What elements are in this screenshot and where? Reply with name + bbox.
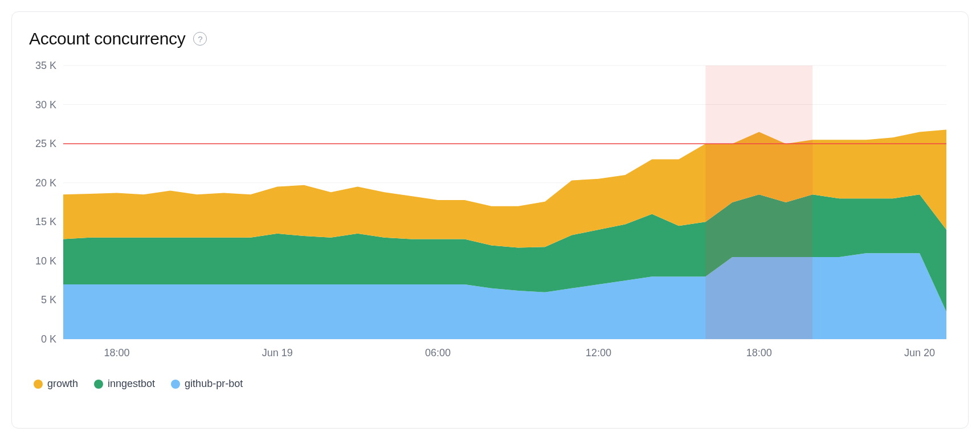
legend: growth inngestbot github-pr-bot bbox=[29, 378, 951, 390]
chart-area: 0 K5 K10 K15 K20 K25 K30 K35 K18:00Jun 1… bbox=[29, 60, 951, 368]
svg-text:20 K: 20 K bbox=[35, 177, 56, 189]
legend-label: github-pr-bot bbox=[185, 378, 243, 390]
svg-text:Jun 20: Jun 20 bbox=[904, 347, 935, 358]
area-chart-svg: 0 K5 K10 K15 K20 K25 K30 K35 K18:00Jun 1… bbox=[29, 60, 952, 368]
legend-item-inngestbot[interactable]: inngestbot bbox=[94, 378, 155, 390]
swatch-github-pr-bot bbox=[171, 380, 180, 389]
swatch-inngestbot bbox=[94, 380, 103, 389]
svg-text:35 K: 35 K bbox=[35, 60, 56, 71]
svg-text:10 K: 10 K bbox=[35, 255, 56, 267]
svg-text:18:00: 18:00 bbox=[104, 347, 129, 358]
chart-card: Account concurrency ? 0 K5 K10 K15 K20 K… bbox=[11, 11, 969, 429]
legend-item-growth[interactable]: growth bbox=[34, 378, 78, 390]
chart-title: Account concurrency bbox=[29, 29, 185, 48]
svg-text:0 K: 0 K bbox=[41, 333, 56, 345]
svg-text:25 K: 25 K bbox=[35, 138, 56, 149]
legend-item-github-pr-bot[interactable]: github-pr-bot bbox=[171, 378, 243, 390]
svg-text:5 K: 5 K bbox=[41, 294, 56, 305]
chart-header: Account concurrency ? bbox=[29, 29, 951, 48]
help-icon[interactable]: ? bbox=[193, 32, 207, 46]
legend-label: inngestbot bbox=[108, 378, 155, 390]
svg-text:12:00: 12:00 bbox=[586, 347, 611, 358]
svg-text:06:00: 06:00 bbox=[425, 347, 451, 358]
svg-rect-22 bbox=[705, 66, 812, 339]
swatch-growth bbox=[34, 380, 43, 389]
svg-text:18:00: 18:00 bbox=[746, 347, 772, 358]
svg-text:Jun 19: Jun 19 bbox=[262, 347, 293, 358]
svg-text:30 K: 30 K bbox=[35, 99, 56, 111]
legend-label: growth bbox=[47, 378, 78, 390]
svg-text:15 K: 15 K bbox=[35, 216, 56, 227]
